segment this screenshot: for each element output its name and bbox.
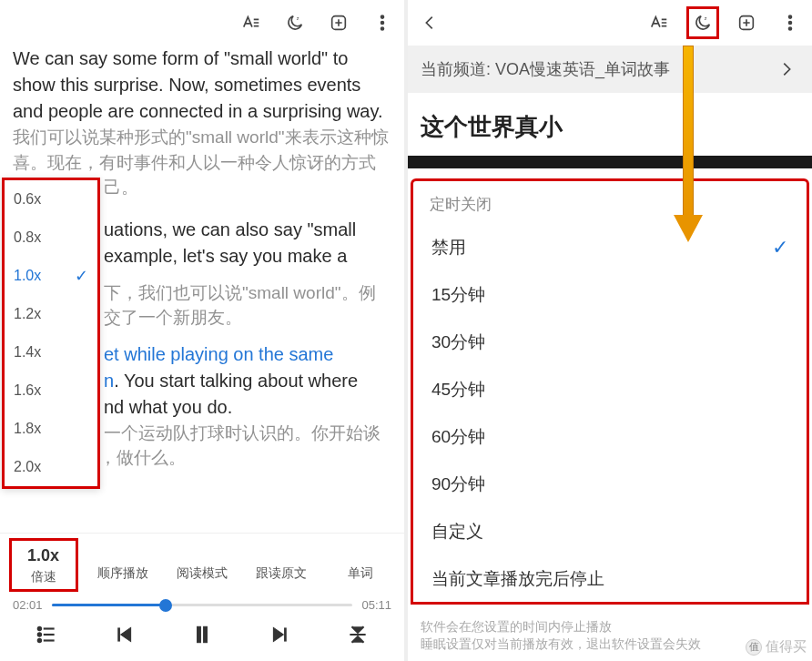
svg-point-11: [38, 639, 41, 642]
player-bar: 1.0x 倍速 顺序播放 阅读模式 跟读原文 W 单词 02:01: [0, 533, 404, 661]
more-icon[interactable]: [370, 10, 395, 36]
left-pane: z We can say some form of "small world" …: [0, 0, 404, 661]
para2-en-a: uations, we can also say "small: [104, 217, 391, 243]
footer-l1: 软件会在您设置的时间内停止播放: [421, 618, 799, 636]
add-icon[interactable]: [734, 10, 759, 36]
timer-moon-icon[interactable]: z: [690, 10, 716, 36]
para3-zh-a: 一个运动队打球时认识的。你开始谈: [104, 421, 391, 446]
progress-thumb[interactable]: [159, 599, 172, 612]
para2-en-b: example, let's say you make a: [104, 243, 391, 269]
speed-1.0x[interactable]: 1.0x✓: [5, 257, 97, 295]
svg-point-2: [381, 15, 384, 18]
timer-sheet: 定时关闭 禁用✓ 15分钟 30分钟 45分钟 60分钟 90分钟 自定义 当前…: [411, 178, 809, 605]
word-label: 单词: [348, 565, 373, 582]
timer-90[interactable]: 90分钟: [413, 461, 807, 508]
para3-en-b: nd what you do.: [104, 394, 391, 421]
svg-point-4: [381, 27, 384, 30]
playback-controls: [0, 614, 404, 661]
playlist-button[interactable]: [28, 621, 65, 648]
page-title: 这个世界真小: [408, 93, 812, 156]
speed-1.6x[interactable]: 1.6x: [5, 371, 97, 410]
speed-popup: 0.6x 0.8x 1.0x✓ 1.2x 1.4x 1.6x 1.8x 2.0x: [2, 178, 100, 489]
speed-1.2x[interactable]: 1.2x: [5, 295, 97, 333]
font-icon[interactable]: [239, 10, 264, 36]
progress-fill: [52, 604, 167, 606]
watermark: 值 值得买: [746, 638, 807, 656]
check-icon: ✓: [75, 266, 88, 286]
follow-label: 跟读原文: [256, 565, 307, 582]
footer-l2: 睡眠设置仅对当前播放有效，退出软件设置会失效: [421, 636, 799, 654]
current-time: 02:01: [13, 598, 43, 612]
channel-bar[interactable]: 当前频道: VOA慢速英语_单词故事: [408, 46, 812, 93]
topbar-left: z: [0, 0, 404, 46]
timer-45[interactable]: 45分钟: [413, 366, 807, 413]
svg-point-17: [789, 22, 792, 25]
topbar-right: z: [408, 0, 812, 46]
channel-text: 当前频道: VOA慢速英语_单词故事: [421, 58, 670, 80]
speed-2.0x[interactable]: 2.0x: [5, 448, 97, 486]
timer-15[interactable]: 15分钟: [413, 271, 807, 319]
speed-label: 倍速: [31, 569, 56, 585]
collapse-button[interactable]: [340, 621, 376, 648]
svg-rect-12: [198, 626, 201, 642]
next-button[interactable]: [262, 621, 299, 648]
speed-button[interactable]: 1.0x 倍速: [12, 541, 76, 589]
para2-zh-b: 交了一个新朋友。: [104, 305, 391, 330]
timer-30[interactable]: 30分钟: [413, 319, 807, 366]
para2-zh-a: 下，我们也可以说"small world"。例: [104, 280, 391, 306]
timer-60[interactable]: 60分钟: [413, 413, 807, 461]
progress-bar[interactable]: 02:01 05:11: [0, 593, 404, 614]
read-mode-label: 阅读模式: [177, 565, 228, 582]
svg-rect-13: [204, 626, 208, 642]
para3-link[interactable]: et while playing on the same: [104, 341, 391, 368]
para1-zh-tail: 己。: [104, 175, 391, 200]
order-label: 顺序播放: [97, 565, 148, 582]
svg-point-16: [789, 15, 792, 18]
chevron-right-icon: [774, 56, 799, 82]
follow-button[interactable]: 跟读原文: [249, 541, 313, 589]
speed-0.6x[interactable]: 0.6x: [5, 180, 97, 219]
back-icon[interactable]: [417, 10, 442, 36]
speed-1.8x[interactable]: 1.8x: [5, 410, 97, 448]
total-time: 05:11: [361, 598, 391, 612]
svg-text:z: z: [297, 15, 299, 21]
tool-row: 1.0x 倍速 顺序播放 阅读模式 跟读原文 W 单词: [0, 534, 404, 593]
more-icon[interactable]: [777, 10, 803, 36]
para1-en: We can say some form of "small world" to…: [13, 46, 391, 125]
sheet-title: 定时关闭: [413, 181, 807, 224]
para1-zh: 我们可以说某种形式的"small world"来表示这种惊喜。现在，有时事件和人…: [13, 125, 391, 175]
speed-1.4x[interactable]: 1.4x: [5, 333, 97, 371]
timer-disable[interactable]: 禁用✓: [413, 224, 807, 271]
watermark-text: 值得买: [766, 638, 807, 656]
right-pane: z 当前频道: VOA慢速英语_单词故事 这个世界真小 定时关闭 禁用✓ 15分…: [408, 0, 812, 661]
timer-after-article[interactable]: 当前文章播放完后停止: [413, 555, 807, 603]
prev-button[interactable]: [106, 621, 142, 648]
svg-point-9: [38, 627, 41, 630]
video-strip: [408, 156, 812, 168]
watermark-icon: 值: [746, 639, 762, 656]
order-button[interactable]: 顺序播放: [91, 541, 155, 589]
speed-0.8x[interactable]: 0.8x: [5, 219, 97, 257]
moon-icon[interactable]: z: [282, 10, 308, 36]
para3-en-a: n. You start talking about where: [104, 368, 391, 394]
svg-point-10: [38, 633, 41, 636]
svg-point-3: [381, 22, 384, 25]
add-icon[interactable]: [326, 10, 351, 36]
timer-custom[interactable]: 自定义: [413, 508, 807, 555]
svg-text:z: z: [705, 15, 707, 21]
progress-track[interactable]: [52, 604, 353, 606]
font-icon[interactable]: [646, 10, 672, 36]
pause-button[interactable]: [184, 621, 220, 648]
svg-point-18: [789, 27, 792, 30]
read-mode-button[interactable]: 阅读模式: [170, 541, 234, 589]
word-button[interactable]: W 单词: [329, 541, 392, 589]
check-icon: ✓: [772, 236, 788, 259]
